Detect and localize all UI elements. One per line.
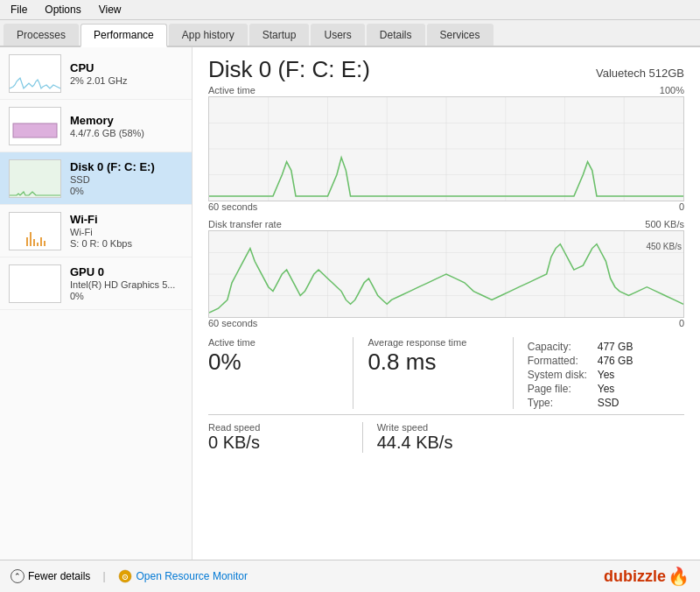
active-time-stat: Active time 0%	[208, 337, 339, 409]
stat-divider-1	[353, 337, 354, 409]
response-time-value: 0.8 ms	[368, 349, 498, 376]
wifi-thumb	[9, 212, 61, 250]
sidebar-item-cpu[interactable]: CPU 2% 2.01 GHz	[0, 47, 192, 100]
chart1-bottom-row: 60 seconds 0	[208, 201, 684, 212]
gpu0-sub1: Intel(R) HD Graphics 5...	[70, 279, 183, 290]
type-label: Type:	[528, 397, 587, 409]
menu-bar: File Options View	[0, 0, 700, 20]
dubizzle-flame-icon: 🔥	[668, 566, 690, 587]
disk-info-grid: Capacity: 477 GB Formatted: 476 GB Syste…	[528, 341, 684, 409]
response-time-label: Average response time	[368, 337, 498, 348]
formatted-label: Formatted:	[528, 355, 587, 367]
chart2-top-value: 500 KB/s	[645, 219, 684, 229]
footer-separator: |	[102, 570, 105, 582]
tab-processes[interactable]: Processes	[4, 24, 79, 46]
svg-rect-2	[13, 123, 57, 137]
tab-services[interactable]: Services	[427, 24, 494, 46]
capacity-value: 477 GB	[598, 341, 684, 353]
menu-file[interactable]: File	[4, 2, 34, 18]
write-speed-value: 44.4 KB/s	[377, 433, 517, 453]
response-time-stat: Average response time 0.8 ms	[368, 337, 498, 409]
cpu-info: CPU 2% 2.01 GHz	[70, 61, 183, 86]
gpu0-thumb	[9, 264, 61, 303]
chart1-bottom-value: 0	[679, 201, 684, 212]
disk0-sub1: SSD	[70, 174, 183, 185]
tab-bar: Processes Performance App history Startu…	[0, 20, 700, 47]
system-disk-value: Yes	[598, 369, 684, 381]
speed-row: Read speed 0 KB/s Write speed 44.4 KB/s	[208, 414, 684, 453]
sidebar-item-disk0[interactable]: Disk 0 (F: C: E:) SSD 0%	[0, 152, 192, 205]
tab-details[interactable]: Details	[367, 24, 425, 46]
active-time-chart	[208, 96, 684, 201]
disk0-sub2: 0%	[70, 186, 183, 196]
tab-app-history[interactable]: App history	[169, 24, 248, 46]
fewer-details-button[interactable]: ⌃ Fewer details	[10, 569, 90, 583]
resource-monitor-icon: ⊙	[118, 569, 132, 583]
svg-rect-11	[10, 265, 60, 302]
formatted-value: 476 GB	[598, 355, 684, 367]
tab-startup[interactable]: Startup	[249, 24, 310, 46]
chart1-bottom-label: 60 seconds	[208, 201, 257, 212]
detail-model: Valuetech 512GB	[596, 67, 684, 80]
page-file-label: Page file:	[528, 383, 587, 395]
detail-header: Disk 0 (F: C: E:) Valuetech 512GB	[208, 56, 684, 83]
gpu0-name: GPU 0	[70, 265, 183, 278]
stats-row: Active time 0% Average response time 0.8…	[208, 337, 684, 409]
tab-users[interactable]: Users	[311, 24, 364, 46]
read-speed-block: Read speed 0 KB/s	[208, 422, 348, 453]
tab-performance[interactable]: Performance	[80, 24, 167, 47]
capacity-label: Capacity:	[528, 341, 587, 353]
cpu-sub: 2% 2.01 GHz	[70, 75, 183, 86]
footer: ⌃ Fewer details | ⊙ Open Resource Monito…	[0, 560, 700, 592]
fewer-details-label: Fewer details	[28, 570, 90, 582]
sidebar-item-memory[interactable]: Memory 4.4/7.6 GB (58%)	[0, 100, 192, 152]
speed-divider	[362, 422, 363, 453]
main-content: CPU 2% 2.01 GHz Memory 4.4/7.6 GB (58%)	[0, 47, 700, 560]
page-file-value: Yes	[598, 383, 684, 395]
menu-view[interactable]: View	[92, 2, 129, 18]
detail-panel: Disk 0 (F: C: E:) Valuetech 512GB Active…	[192, 47, 700, 560]
chart2-bottom-row: 60 seconds 0	[208, 318, 684, 328]
disk0-name: Disk 0 (F: C: E:)	[70, 160, 183, 173]
system-disk-label: System disk:	[528, 369, 587, 381]
memory-info: Memory 4.4/7.6 GB (58%)	[70, 114, 183, 138]
open-resource-monitor-link[interactable]: ⊙ Open Resource Monitor	[118, 569, 248, 583]
task-manager-window: File Options View Processes Performance …	[0, 0, 700, 592]
type-value: SSD	[598, 397, 684, 409]
read-speed-label: Read speed	[208, 422, 348, 433]
read-speed-value: 0 KB/s	[208, 433, 348, 453]
sidebar-item-gpu0[interactable]: GPU 0 Intel(R) HD Graphics 5... 0%	[0, 257, 192, 310]
svg-rect-0	[10, 55, 60, 92]
stat-divider-2	[513, 337, 514, 409]
memory-sub: 4.4/7.6 GB (58%)	[70, 128, 183, 138]
cpu-thumb	[9, 54, 61, 93]
dubizzle-text: dubizzle	[604, 567, 666, 586]
menu-options[interactable]: Options	[38, 2, 88, 18]
chevron-up-icon: ⌃	[10, 569, 24, 583]
open-resource-monitor-label: Open Resource Monitor	[136, 570, 248, 582]
chart1-top-value: 100%	[660, 85, 684, 95]
chart2-right-label: 450 KB/s	[646, 242, 682, 251]
chart2-label-row: Disk transfer rate 500 KB/s	[208, 219, 684, 229]
chart2-bottom-value: 0	[679, 318, 684, 328]
disk0-info: Disk 0 (F: C: E:) SSD 0%	[70, 160, 183, 196]
active-time-label: Active time	[208, 337, 339, 348]
wifi-name: Wi-Fi	[70, 213, 183, 226]
svg-rect-3	[10, 160, 60, 197]
active-time-chart-section: Active time 100%	[208, 85, 684, 212]
memory-thumb	[9, 107, 61, 145]
write-speed-label: Write speed	[377, 422, 517, 433]
gpu0-info: GPU 0 Intel(R) HD Graphics 5... 0%	[70, 265, 183, 301]
gpu0-sub2: 0%	[70, 291, 183, 301]
sidebar: CPU 2% 2.01 GHz Memory 4.4/7.6 GB (58%)	[0, 47, 192, 560]
detail-title: Disk 0 (F: C: E:)	[208, 56, 370, 83]
memory-name: Memory	[70, 114, 183, 127]
transfer-rate-chart-section: Disk transfer rate 500 KB/s	[208, 219, 684, 328]
disk0-thumb	[9, 159, 61, 198]
write-speed-block: Write speed 44.4 KB/s	[377, 422, 517, 453]
dubizzle-logo: dubizzle 🔥	[604, 566, 690, 587]
transfer-rate-chart: 450 KB/s	[208, 230, 684, 318]
sidebar-item-wifi[interactable]: Wi-Fi Wi-Fi S: 0 R: 0 Kbps	[0, 205, 192, 257]
chart2-bottom-label: 60 seconds	[208, 318, 257, 328]
active-time-value: 0%	[208, 349, 339, 376]
